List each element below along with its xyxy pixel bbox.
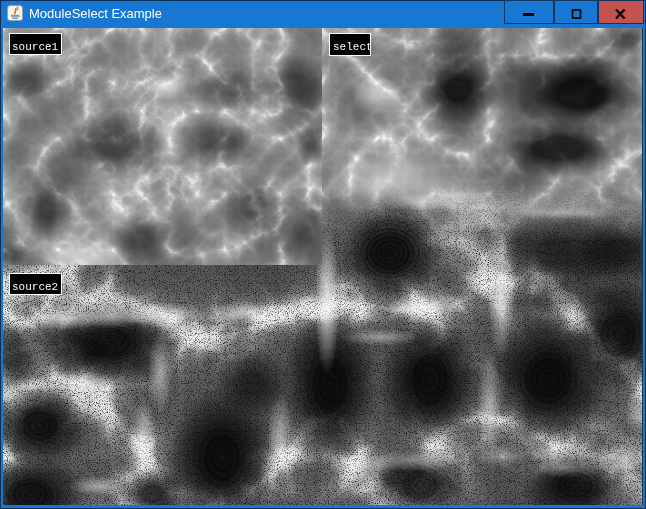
svg-text:select: select: [333, 41, 371, 53]
svg-text:source2: source2: [12, 281, 58, 293]
svg-text:source1: source1: [12, 41, 59, 53]
